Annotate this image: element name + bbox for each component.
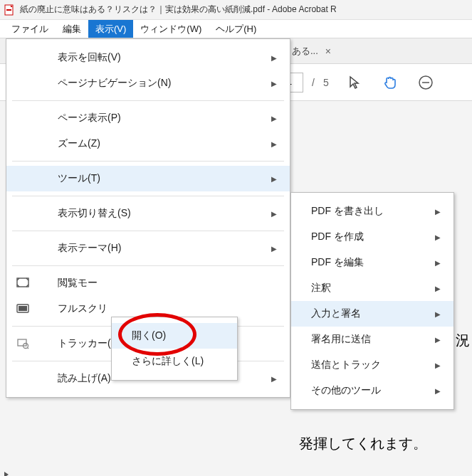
tracker-icon — [14, 337, 32, 350]
reading-mode-icon — [14, 277, 32, 290]
open-submenu: 開く(O) さらに詳しく(L) — [111, 317, 238, 381]
tools-submenu: PDF を書き出し▶ PDF を作成▶ PDF を編集▶ 注釈▶ 入力と署名▶ … — [290, 192, 454, 410]
menu-tools[interactable]: ツール(T)▶ — [6, 166, 290, 191]
document-text-2: 況 — [456, 331, 470, 350]
submenu-edit-pdf[interactable]: PDF を編集▶ — [291, 250, 453, 275]
svg-point-2 — [419, 76, 432, 89]
svg-line-9 — [28, 348, 29, 349]
submenu-arrow-icon: ▶ — [435, 387, 441, 395]
menu-separator — [12, 100, 284, 101]
submenu-arrow-icon: ▶ — [435, 310, 441, 318]
menu-display-theme[interactable]: 表示テーマ(H)▶ — [6, 236, 290, 261]
hand-tool-icon[interactable] — [380, 73, 400, 92]
menu-reading-mode[interactable]: 閲覧モー — [6, 270, 290, 296]
submenu-arrow-icon: ▶ — [271, 245, 277, 253]
document-text: 発揮してくれます。 — [299, 434, 427, 453]
menu-window[interactable]: ウィンドウ(W) — [133, 20, 209, 38]
fullscreen-icon — [14, 302, 32, 315]
menu-page-navigation[interactable]: ページナビゲーション(N)▶ — [6, 70, 290, 96]
submenu-open[interactable]: 開く(O) — [112, 323, 237, 349]
submenu-fill-sign[interactable]: 入力と署名▶ — [291, 301, 453, 327]
submenu-arrow-icon: ▶ — [271, 210, 277, 218]
svg-rect-5 — [17, 305, 28, 312]
submenu-create-pdf[interactable]: PDF を作成▶ — [291, 224, 453, 250]
menu-separator — [12, 231, 284, 231]
menu-help[interactable]: ヘルプ(H) — [209, 20, 263, 38]
panel-expand-icon[interactable] — [3, 468, 10, 476]
menu-zoom[interactable]: ズーム(Z)▶ — [6, 131, 290, 157]
submenu-send-for-sign[interactable]: 署名用に送信▶ — [291, 327, 453, 352]
svg-rect-0 — [5, 5, 13, 15]
menu-display-switch[interactable]: 表示切り替え(S)▶ — [6, 201, 290, 226]
tab-close-icon[interactable]: × — [322, 46, 334, 57]
submenu-arrow-icon: ▶ — [435, 259, 441, 267]
zoom-out-icon[interactable] — [416, 73, 436, 92]
menu-view[interactable]: 表示(V) — [88, 20, 133, 38]
submenu-arrow-icon: ▶ — [435, 336, 441, 344]
svg-point-8 — [23, 344, 28, 349]
pdf-icon — [4, 4, 16, 16]
submenu-arrow-icon: ▶ — [435, 285, 441, 292]
page-separator: / — [312, 77, 315, 88]
menu-rotate-view[interactable]: 表示を回転(V)▶ — [6, 45, 290, 70]
submenu-export-pdf[interactable]: PDF を書き出し▶ — [291, 199, 453, 224]
menu-bar: ファイル 編集 表示(V) ウィンドウ(W) ヘルプ(H) — [0, 20, 472, 38]
title-bar: 紙の廃止に意味はある？リスクは？｜実は効果の高い紙削減.pdf - Adobe … — [0, 0, 472, 20]
submenu-arrow-icon: ▶ — [435, 361, 441, 369]
submenu-arrow-icon: ▶ — [271, 140, 277, 148]
submenu-send-track[interactable]: 送信とトラック▶ — [291, 352, 453, 378]
page-total: 5 — [323, 77, 329, 88]
menu-separator — [12, 196, 284, 196]
submenu-arrow-icon: ▶ — [271, 175, 277, 183]
submenu-arrow-icon: ▶ — [435, 233, 441, 241]
svg-rect-6 — [19, 306, 27, 311]
submenu-arrow-icon: ▶ — [271, 54, 277, 62]
submenu-arrow-icon: ▶ — [271, 115, 277, 122]
submenu-arrow-icon: ▶ — [271, 80, 277, 88]
selection-tool-icon[interactable] — [345, 73, 365, 92]
menu-edit[interactable]: 編集 — [56, 20, 88, 38]
menu-separator — [12, 161, 284, 162]
submenu-arrow-icon: ▶ — [271, 375, 277, 383]
tab-label[interactable]: ある... — [292, 45, 318, 58]
svg-rect-7 — [18, 339, 26, 346]
menu-page-display[interactable]: ページ表示(P)▶ — [6, 105, 290, 131]
menu-file[interactable]: ファイル — [4, 20, 56, 38]
window-title: 紙の廃止に意味はある？リスクは？｜実は効果の高い紙削減.pdf - Adobe … — [20, 4, 337, 16]
menu-separator — [12, 265, 284, 266]
submenu-comment[interactable]: 注釈▶ — [291, 275, 453, 301]
submenu-arrow-icon: ▶ — [435, 208, 441, 216]
svg-rect-4 — [17, 278, 28, 287]
svg-rect-1 — [6, 9, 11, 11]
submenu-other-tools[interactable]: その他のツール▶ — [291, 378, 453, 403]
submenu-learn-more[interactable]: さらに詳しく(L) — [112, 349, 237, 374]
